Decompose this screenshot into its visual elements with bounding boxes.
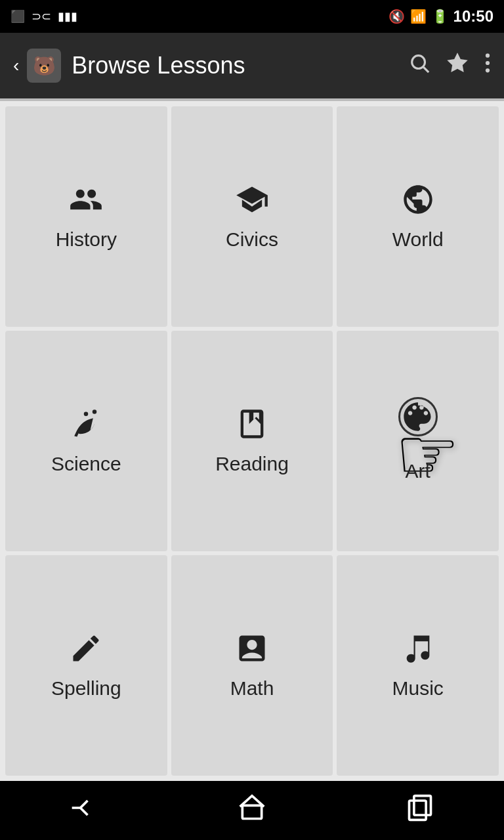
mute-icon: 🔇 bbox=[388, 9, 405, 24]
bear-icon: 🐻 bbox=[33, 55, 56, 77]
back-button[interactable]: ‹ bbox=[13, 55, 19, 76]
svg-point-3 bbox=[486, 54, 490, 58]
app-bar-actions bbox=[408, 52, 491, 79]
music-icon bbox=[401, 631, 435, 677]
reading-tile[interactable]: Reading bbox=[171, 331, 333, 551]
status-bar: ⬛ ⊃⊂ ▮▮▮ 🔇 📶 🔋 10:50 bbox=[0, 0, 504, 33]
home-nav-button[interactable] bbox=[238, 793, 266, 828]
science-tile[interactable]: Science bbox=[5, 331, 167, 551]
grid-row-1: History Civics World bbox=[5, 106, 499, 327]
favorites-button[interactable] bbox=[446, 52, 469, 79]
civics-icon bbox=[235, 182, 269, 228]
barcode-icon: ▮▮▮ bbox=[58, 9, 77, 24]
science-icon bbox=[69, 407, 103, 453]
reading-icon bbox=[235, 407, 269, 453]
bottom-navigation bbox=[0, 781, 504, 840]
status-bar-right: 🔇 📶 🔋 10:50 bbox=[388, 7, 494, 26]
more-options-button[interactable] bbox=[484, 52, 491, 79]
math-tile[interactable]: Math bbox=[171, 555, 333, 776]
civics-tile[interactable]: Civics bbox=[171, 106, 333, 327]
battery-icon: 🔋 bbox=[432, 9, 448, 24]
svg-rect-8 bbox=[414, 795, 431, 814]
voicemail-icon: ⊃⊂ bbox=[32, 9, 51, 24]
spelling-tile[interactable]: Spelling bbox=[5, 555, 167, 776]
svg-marker-2 bbox=[448, 54, 467, 72]
recents-nav-button[interactable] bbox=[406, 793, 434, 828]
time-display: 10:50 bbox=[453, 7, 494, 26]
spelling-icon bbox=[69, 631, 103, 677]
svg-point-4 bbox=[486, 61, 490, 65]
history-icon bbox=[69, 182, 103, 228]
page-title: Browse Lessons bbox=[72, 52, 408, 79]
world-label: World bbox=[392, 228, 444, 251]
art-label: Art bbox=[406, 460, 430, 482]
status-bar-left: ⬛ ⊃⊂ ▮▮▮ bbox=[10, 9, 77, 24]
world-icon bbox=[401, 182, 435, 228]
app-logo: 🐻 bbox=[27, 49, 61, 83]
grid-row-3: Spelling Math Music bbox=[5, 555, 499, 776]
svg-point-5 bbox=[486, 68, 490, 72]
art-icon bbox=[401, 400, 435, 451]
history-tile[interactable]: History bbox=[5, 106, 167, 327]
math-icon bbox=[235, 631, 269, 677]
screen-icon: ⬛ bbox=[10, 9, 25, 24]
svg-point-0 bbox=[412, 56, 425, 69]
science-label: Science bbox=[51, 453, 121, 475]
svg-line-1 bbox=[423, 67, 429, 72]
lessons-grid: History Civics World bbox=[0, 101, 504, 781]
history-label: History bbox=[56, 228, 117, 251]
signal-icon: 📶 bbox=[410, 9, 427, 24]
math-label: Math bbox=[230, 677, 274, 700]
svg-rect-6 bbox=[242, 805, 261, 818]
grid-row-2: Science Reading Art ☞ bbox=[5, 331, 499, 551]
app-bar: ‹ 🐻 Browse Lessons bbox=[0, 33, 504, 98]
art-tile[interactable]: Art ☞ bbox=[337, 331, 499, 551]
music-tile[interactable]: Music bbox=[337, 555, 499, 776]
search-button[interactable] bbox=[408, 52, 430, 79]
civics-label: Civics bbox=[226, 228, 278, 251]
music-label: Music bbox=[392, 677, 444, 700]
spelling-label: Spelling bbox=[51, 677, 121, 700]
world-tile[interactable]: World bbox=[337, 106, 499, 327]
svg-rect-7 bbox=[410, 801, 427, 820]
back-nav-button[interactable] bbox=[70, 793, 98, 828]
reading-label: Reading bbox=[215, 453, 289, 475]
